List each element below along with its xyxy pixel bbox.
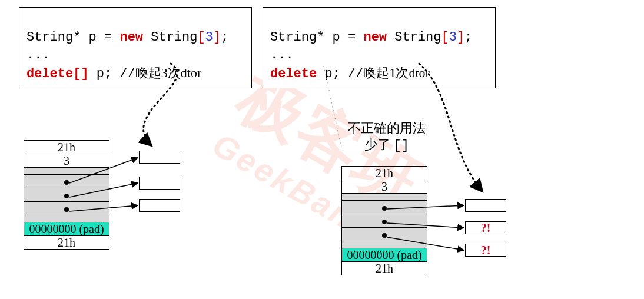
mem-ptr-1	[24, 188, 109, 202]
mem-ptr-top-half	[24, 168, 109, 175]
memory-block-right: 21h 3 00000000 (pad) 21h	[341, 166, 427, 275]
caption-line1: 不正確的用法	[348, 121, 426, 135]
mem-count: 3	[24, 154, 109, 168]
dot-icon	[64, 194, 69, 198]
caption-right: 不正確的用法 少了 []	[331, 120, 443, 154]
code-text: String* p = new String[3]; ... delete p;…	[270, 30, 472, 81]
dot-icon	[64, 207, 69, 212]
mem-pad: 00000000 (pad)	[342, 248, 427, 262]
heap-box-0	[139, 151, 180, 164]
mem-ptr-bottom-half	[342, 241, 427, 248]
mem-cookie-bottom: 21h	[342, 262, 427, 275]
mem-cookie-top: 21h	[24, 141, 109, 154]
heap-box-0	[465, 199, 506, 212]
mem-ptr-1	[342, 214, 427, 228]
heap-box-1: ?!	[465, 221, 506, 234]
mem-ptr-2	[24, 202, 109, 215]
code-right: String* p = new String[3]; ... delete p;…	[263, 7, 496, 88]
dot-icon	[382, 233, 387, 238]
mem-ptr-0	[24, 175, 109, 188]
mem-ptr-0	[342, 201, 427, 214]
dot-icon	[382, 220, 387, 224]
heap-box-1	[139, 177, 180, 190]
heap-box-2: ?!	[465, 244, 506, 257]
dot-icon	[382, 206, 387, 211]
mem-count: 3	[342, 180, 427, 194]
mem-ptr-top-half	[342, 194, 427, 201]
mem-ptr-2	[342, 228, 427, 241]
caption-line2a: 少了	[364, 137, 394, 152]
mem-cookie-bottom: 21h	[24, 236, 109, 250]
mem-pad: 00000000 (pad)	[24, 222, 109, 236]
code-text: String* p = new String[3]; ... delete[] …	[26, 30, 228, 81]
heap-box-2	[139, 199, 180, 212]
code-left: String* p = new String[3]; ... delete[] …	[19, 7, 252, 88]
caption-brackets: []	[394, 138, 409, 153]
memory-block-left: 21h 3 00000000 (pad) 21h	[24, 140, 109, 250]
dot-icon	[64, 180, 69, 185]
mem-ptr-bottom-half	[24, 215, 109, 222]
mem-cookie-top: 21h	[342, 167, 427, 180]
